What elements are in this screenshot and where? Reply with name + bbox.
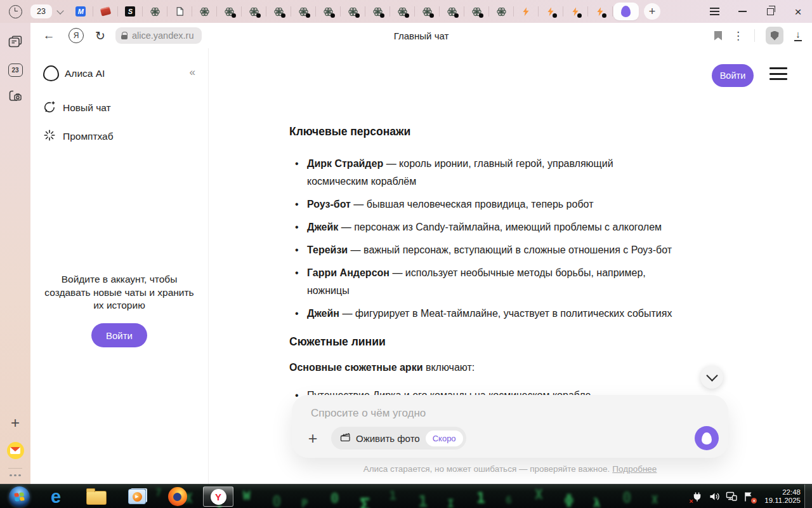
show-desktop-button[interactable] [804, 485, 812, 508]
flower-favicon [497, 7, 506, 17]
section-heading: Сюжетные линии [289, 335, 695, 349]
tab-flower-dot[interactable] [365, 0, 390, 23]
disclaimer-link[interactable]: Подробнее [612, 464, 657, 474]
protect-shield-icon[interactable] [766, 27, 783, 44]
power-plug-icon[interactable]: × [691, 490, 704, 503]
bolt-dot-favicon [596, 7, 605, 17]
lock-icon [121, 32, 128, 39]
downloads-icon[interactable]: ↓ [794, 30, 802, 41]
tab-flower-dot[interactable] [464, 0, 489, 23]
screenshot-camera-icon[interactable] [8, 90, 22, 105]
bookmark-icon[interactable] [714, 31, 722, 41]
revive-photo-button[interactable]: Оживить фото Скоро [331, 427, 466, 450]
tab-flower-dot[interactable] [242, 0, 266, 23]
login-prompt-text: Войдите в аккаунт, чтобы создавать новые… [41, 273, 198, 312]
tab-flower-dot[interactable] [266, 0, 291, 23]
sidebar-header: Алиса AI [43, 65, 208, 81]
sidebar-item-new-chat[interactable]: Новый чат [43, 100, 208, 116]
network-icon[interactable] [725, 490, 738, 503]
tab-flower-dot[interactable] [316, 0, 341, 23]
section-heading: Ключевые персонажи [289, 125, 695, 138]
yandex-mail-icon[interactable] [7, 442, 24, 459]
tab-active-alice[interactable] [613, 3, 639, 20]
tab-flower-dot[interactable] [291, 0, 316, 23]
taskbar-internet-explorer-icon[interactable]: e [36, 485, 76, 508]
reload-icon[interactable]: ↻ [95, 29, 105, 43]
tab-flower-dot[interactable] [217, 0, 242, 23]
taskbar-items: e ▶ Y [0, 485, 233, 508]
taskbar-yandex-browser-active[interactable]: Y [203, 486, 233, 507]
tab-m[interactable]: M [69, 0, 93, 23]
page-title: Главный чат [394, 30, 449, 41]
bullet-item: Джейн — фигурирует в Meat-таймлайне, уча… [289, 305, 675, 323]
browser-menu-icon[interactable] [700, 0, 728, 23]
new-chat-icon [43, 100, 56, 116]
start-button[interactable] [3, 485, 36, 508]
tab-flower-dot[interactable] [341, 0, 365, 23]
matrix-glyph: Σ [360, 495, 370, 508]
alice-egg-icon [702, 432, 712, 444]
address-bar-actions: ⋮ ↓ [714, 27, 802, 44]
tab-flower[interactable] [143, 0, 167, 23]
restore-button[interactable] [756, 0, 784, 23]
alice-voice-button[interactable] [695, 426, 719, 450]
taskbar-firefox-icon[interactable] [157, 485, 198, 508]
add-panel-icon[interactable]: + [11, 414, 20, 432]
url-chip[interactable]: alice.yandex.ru [115, 27, 202, 44]
back-icon[interactable]: ← [41, 29, 57, 43]
window-controls: × [700, 0, 812, 23]
matrix-glyph: 1 [418, 492, 428, 508]
tabs-count-icon[interactable]: 23 [8, 64, 23, 77]
tab-s[interactable]: S [118, 0, 143, 23]
new-tab-button[interactable]: + [644, 3, 660, 20]
chevron-down-icon[interactable] [56, 7, 63, 14]
bullet-item: Роуз-бот — бывшая человеческая провидица… [289, 196, 675, 213]
bullet-item: Дирк Страйдер — король иронии, главный г… [289, 155, 675, 190]
tab-bolt-dot[interactable] [588, 0, 613, 23]
flower-dot-favicon [274, 7, 284, 17]
minimize-button[interactable] [728, 0, 756, 23]
tab-flower[interactable] [192, 0, 217, 23]
matrix-glyph: 0 [272, 493, 281, 508]
history-clock-icon[interactable] [9, 5, 22, 18]
tab-flower-dot[interactable] [415, 0, 440, 23]
scroll-down-button[interactable] [700, 366, 723, 389]
flower-favicon [150, 7, 160, 17]
tab-bolt-dot[interactable] [563, 0, 588, 23]
tab-book[interactable] [93, 0, 118, 23]
taskbar-media-player-icon[interactable]: ▶ [117, 485, 157, 508]
hamburger-menu-icon[interactable] [769, 67, 787, 84]
tab-doc[interactable] [167, 0, 192, 23]
taskbar-clock[interactable]: 22:48 19.11.2025 [764, 488, 801, 505]
volume-icon[interactable] [708, 490, 721, 503]
sidebar-login-button[interactable]: Войти [91, 323, 147, 347]
tab-flower[interactable] [489, 0, 514, 23]
header-login-button[interactable]: Войти [712, 64, 754, 87]
sidebar-item-prompthub[interactable]: Промптхаб [43, 129, 208, 144]
flower-dot-favicon [249, 7, 259, 17]
tab-bolt-dot[interactable] [539, 0, 563, 23]
content-sections: Ключевые персонажиДирк Страйдер — король… [289, 125, 695, 427]
collapse-sidebar-icon[interactable]: « [190, 66, 195, 79]
tab-bolt[interactable] [514, 0, 539, 23]
tab-counter[interactable]: 23 [30, 4, 52, 18]
s-favicon: S [125, 6, 135, 17]
strip-bottom: + [7, 414, 24, 481]
yandex-logo-icon[interactable]: Я [69, 28, 84, 43]
close-button[interactable]: × [784, 0, 812, 23]
matrix-glyph: X [535, 487, 543, 502]
kebab-menu-icon[interactable]: ⋮ [733, 29, 743, 43]
panels-icon[interactable] [8, 36, 22, 51]
tab-bar: 23 MS + × [0, 0, 812, 23]
chevron-down-icon [706, 370, 717, 381]
sidebar-item-label: Промптхаб [63, 131, 114, 142]
taskbar-explorer-folder-icon[interactable] [76, 485, 117, 508]
attach-plus-icon[interactable]: + [304, 429, 321, 448]
url-text[interactable]: alice.yandex.ru [132, 30, 194, 41]
tab-flower-dot[interactable] [440, 0, 464, 23]
more-dots-icon[interactable] [10, 474, 21, 477]
disclaimer-text: Алиса старается, но может ошибаться — пр… [363, 464, 610, 474]
tab-flower-dot[interactable] [390, 0, 415, 23]
action-center-flag-icon[interactable]: × [742, 490, 755, 503]
chat-input[interactable] [310, 406, 604, 420]
